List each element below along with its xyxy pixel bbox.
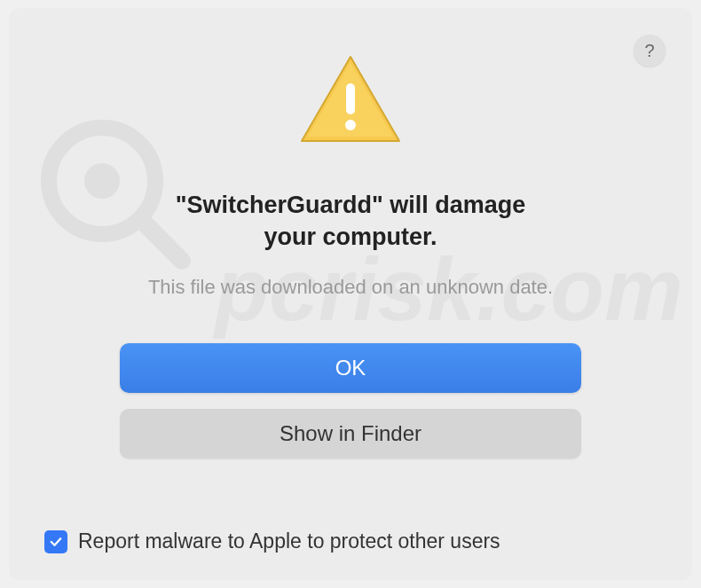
title-line-1: "SwitcherGuardd" will damage <box>176 192 526 218</box>
svg-rect-3 <box>346 83 355 114</box>
dialog-subtitle: This file was downloaded on an unknown d… <box>148 276 553 299</box>
checkmark-icon <box>48 534 64 550</box>
report-checkbox-row: Report malware to Apple to protect other… <box>44 529 500 553</box>
title-line-2: your computer. <box>264 223 437 250</box>
gatekeeper-dialog: pcrisk.com ? "SwitcherGuardd" will damag… <box>9 8 692 580</box>
svg-point-4 <box>345 120 356 130</box>
report-checkbox[interactable] <box>44 530 67 553</box>
report-checkbox-label: Report malware to Apple to protect other… <box>78 529 500 553</box>
warning-icon <box>297 52 404 153</box>
ok-button[interactable]: OK <box>120 343 581 393</box>
dialog-title: "SwitcherGuardd" will damage your comput… <box>176 189 526 254</box>
show-in-finder-button[interactable]: Show in Finder <box>120 409 581 459</box>
